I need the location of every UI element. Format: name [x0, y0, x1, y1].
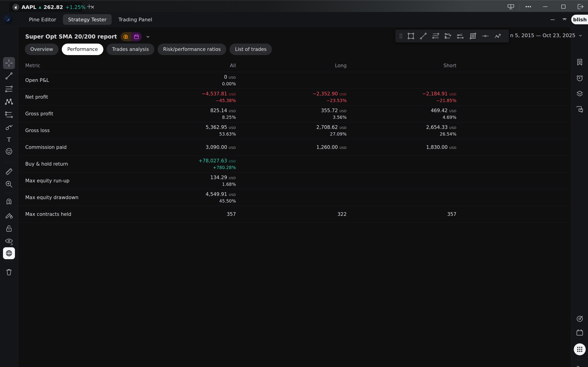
hide-drawings-icon[interactable]: fx [3, 236, 15, 247]
gann-box-icon[interactable] [467, 31, 479, 41]
toolbar-drag-handle[interactable] [398, 31, 405, 41]
panel-minimize-icon[interactable] [549, 17, 556, 23]
subtab-list-of-trades[interactable]: List of trades [229, 44, 272, 55]
rectangle-tool-icon[interactable] [405, 31, 417, 41]
drawing-mode-lock-icon[interactable] [3, 210, 15, 221]
table-row: Max contracts held 357 322 357 [18, 206, 567, 223]
col-header-short: Short [346, 63, 456, 68]
metric-label: Net profit [25, 89, 147, 105]
text-tool-icon[interactable]: T [3, 134, 15, 145]
date-range-calendar-icon[interactable] [131, 32, 142, 41]
date-range-text: n 5, 2015 — Oct 23, 2025 [510, 33, 575, 38]
trend-fib-extension-icon[interactable] [442, 31, 454, 41]
fib-retracement-fav-icon[interactable] [430, 31, 442, 41]
exit-window-icon[interactable] [576, 2, 584, 11]
table-row: Commission paid 3,090.00USD 1,260.00USD … [18, 139, 567, 156]
toolbar-divider [5, 162, 14, 162]
layout-monitor-icon[interactable] [507, 2, 515, 11]
browser-tab[interactable]: AAPL ▲ 262.82 +1.25% / Forex [9, 2, 82, 12]
favorite-drawings-toolbar[interactable] [395, 29, 509, 43]
zoom-in-tool-icon[interactable] [3, 179, 15, 190]
cell-short: 357 [346, 206, 456, 223]
xabcd-pattern-tool-icon[interactable] [3, 96, 15, 107]
more-options-icon[interactable] [524, 2, 532, 11]
fib-retracement-tool-icon[interactable] [3, 83, 15, 94]
tab-strategy-tester[interactable]: Strategy Tester [63, 14, 111, 25]
backtest-date-range[interactable]: n 5, 2015 — Oct 23, 2025 [510, 33, 583, 38]
table-row: Open P&L 0USD 0.00% [18, 72, 567, 89]
cell-long: 322 [236, 206, 346, 223]
trend-angle-icon[interactable] [455, 31, 467, 41]
cell-all: 4,549.91USD 45.50% [147, 189, 236, 206]
subtab-risk-performance-ratios[interactable]: Risk/performance ratios [157, 44, 226, 55]
drawing-toolbar: T fx [0, 27, 18, 367]
cell-all: 825.14USD 8.25% [147, 106, 236, 122]
subtab-overview[interactable]: Overview [25, 44, 59, 55]
cell-long: −2,352.90USD −23.53% [236, 89, 346, 105]
col-header-all: All [147, 63, 236, 68]
right-sidebar: ? [571, 27, 588, 367]
panel-maximize-icon[interactable] [561, 17, 568, 23]
cell-short: −2,184.91USD −21.85% [346, 89, 456, 105]
deep-backtesting-coin-icon[interactable] [121, 32, 131, 41]
cell-all: 3,090.00USD [147, 139, 236, 156]
long-position-tool-icon[interactable] [3, 109, 15, 120]
measure-ruler-icon[interactable] [3, 166, 15, 177]
table-row: Gross loss 5,362.95USD 53.63% 2,708.62US… [18, 122, 567, 139]
date-range-chevron-icon [578, 33, 583, 38]
report-dropdown-chevron-icon[interactable] [145, 34, 150, 39]
metric-label: Max equity run-up [25, 173, 147, 189]
metric-label: Buy & hold return [25, 156, 147, 172]
metric-label: Max equity drawdown [25, 189, 147, 206]
svg-text:T: T [7, 136, 11, 143]
strategy-panel-header: Pine Editor Strategy Tester Trading Pane… [0, 12, 588, 27]
cell-all: +78,027.63USD +780.28% [147, 156, 236, 172]
cell-short: 469.42USD 4.69% [346, 106, 456, 122]
horizontal-line-fav-icon[interactable] [479, 31, 491, 41]
zigzag-arrow-icon[interactable] [492, 31, 504, 41]
subtab-performance[interactable]: Performance [62, 44, 103, 55]
lock-drawings-icon[interactable] [3, 223, 15, 234]
col-header-long: Long [236, 63, 346, 68]
subtab-trades-analysis[interactable]: Trades analysis [107, 44, 154, 55]
watchlist-icon[interactable] [574, 57, 585, 68]
crosshair-tool-icon[interactable] [3, 57, 15, 69]
metric-label: Max contracts held [25, 206, 147, 223]
maximize-window-icon[interactable] [559, 2, 568, 11]
table-row: Buy & hold return +78,027.63USD +780.28% [18, 156, 567, 173]
metric-label: Gross profit [25, 106, 147, 122]
tradingview-logo[interactable] [3, 15, 13, 24]
toolbar-divider [5, 261, 14, 261]
cell-all: 357 [147, 206, 236, 223]
trend-line-tool-icon[interactable] [3, 70, 15, 81]
cell-all: 0USD 0.00% [147, 72, 236, 89]
minimize-window-icon[interactable] [541, 2, 549, 11]
browser-titlebar: AAPL ▲ 262.82 +1.25% / Forex + [0, 0, 588, 12]
cell-all: 5,362.95USD 53.63% [147, 122, 236, 139]
trend-line-fav-icon[interactable] [417, 31, 429, 41]
remove-drawings-icon[interactable] [3, 267, 15, 277]
publish-button[interactable]: blish [571, 15, 588, 24]
news-feed-icon[interactable] [574, 362, 585, 367]
chat-icon[interactable] [574, 104, 585, 115]
cell-short: 2,654.33USD 26.54% [346, 122, 456, 139]
globe-sync-icon[interactable] [3, 247, 15, 259]
cell-short: 1,830.00USD [346, 139, 456, 156]
report-badges[interactable] [121, 32, 142, 41]
emoji-tool-icon[interactable] [3, 146, 15, 157]
brush-tool-icon[interactable] [3, 122, 15, 133]
magnet-mode-icon[interactable] [3, 196, 15, 207]
table-row: Gross profit 825.14USD 8.25% 355.72USD 3… [18, 106, 567, 122]
col-header-metric: Metric [25, 63, 147, 68]
report-title: Super Opt SMA 20/200 report [25, 33, 117, 40]
tab-trading-panel[interactable]: Trading Panel [113, 14, 157, 25]
report-subtabs: Overview Performance Trades analysis Ris… [25, 44, 272, 55]
apps-grid-icon[interactable] [574, 343, 586, 355]
calendar-icon[interactable] [574, 327, 585, 338]
object-tree-layers-icon[interactable] [574, 88, 585, 99]
new-tab-button[interactable]: + [86, 3, 92, 10]
cell-long: 1,260.00USD [236, 139, 346, 156]
tab-pine-editor[interactable]: Pine Editor [24, 14, 61, 25]
alerts-clock-icon[interactable] [574, 73, 585, 83]
screener-scanner-icon[interactable] [574, 313, 585, 324]
